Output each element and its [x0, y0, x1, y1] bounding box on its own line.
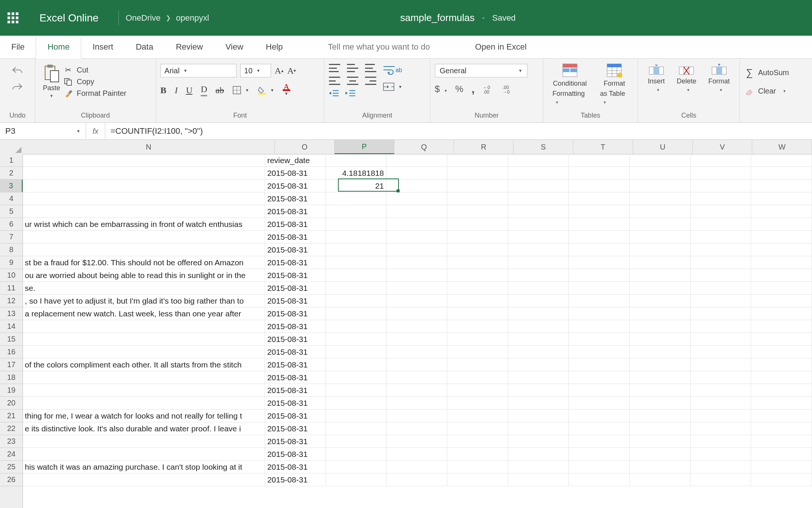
row-header[interactable]: 6: [0, 218, 23, 231]
strikethrough-button[interactable]: ab: [215, 85, 224, 95]
cell[interactable]: of the colors compliment each other. It …: [23, 358, 265, 371]
row-header[interactable]: 19: [0, 384, 23, 397]
cell[interactable]: [386, 256, 447, 269]
cell[interactable]: [23, 154, 265, 166]
breadcrumb-item[interactable]: openpyxl: [176, 13, 209, 23]
cell[interactable]: [569, 435, 630, 448]
cell[interactable]: [386, 167, 447, 179]
align-bottom-button[interactable]: [365, 64, 376, 72]
cell[interactable]: [751, 320, 812, 333]
cell[interactable]: [508, 384, 569, 396]
cell[interactable]: [508, 307, 569, 320]
italic-button[interactable]: I: [175, 85, 178, 95]
decrease-decimal-button[interactable]: .00→0: [503, 85, 514, 94]
cell[interactable]: [691, 307, 751, 320]
cell[interactable]: his watch it was an amazing purchase. I …: [23, 461, 265, 473]
cell[interactable]: 2015-08-31: [265, 295, 326, 307]
align-middle-button[interactable]: [347, 64, 358, 72]
row-header[interactable]: 5: [0, 205, 23, 218]
cell[interactable]: [751, 371, 812, 384]
cell[interactable]: [326, 384, 387, 396]
app-title[interactable]: Excel Online: [39, 12, 98, 24]
cell[interactable]: [23, 435, 265, 448]
cell[interactable]: 2015-08-31: [265, 358, 326, 371]
row-header[interactable]: 7: [0, 231, 23, 243]
cell[interactable]: [508, 461, 569, 473]
cell[interactable]: [691, 295, 751, 307]
column-header-S[interactable]: S: [514, 140, 573, 154]
cell[interactable]: 2015-08-31: [265, 371, 326, 384]
cell[interactable]: [751, 473, 812, 486]
cell[interactable]: [691, 422, 751, 435]
column-header-O[interactable]: O: [275, 140, 335, 154]
cell[interactable]: [23, 205, 265, 218]
cell[interactable]: [569, 371, 630, 384]
underline-button[interactable]: U: [186, 85, 192, 95]
cell[interactable]: 21: [326, 180, 387, 192]
cell[interactable]: [386, 435, 447, 448]
cell[interactable]: [326, 295, 387, 307]
cell[interactable]: [569, 448, 630, 460]
cell[interactable]: [630, 473, 691, 486]
cell[interactable]: [630, 307, 691, 320]
cell[interactable]: [386, 320, 447, 333]
row-header[interactable]: 26: [0, 473, 23, 486]
cell[interactable]: [630, 231, 691, 243]
cell[interactable]: [630, 243, 691, 256]
comma-style-button[interactable]: ,: [471, 83, 474, 95]
cell[interactable]: [630, 154, 691, 166]
cell[interactable]: [508, 154, 569, 166]
cell[interactable]: [386, 243, 447, 256]
cell[interactable]: [691, 256, 751, 269]
tell-me-search[interactable]: Tell me what you want to do: [317, 36, 441, 58]
cell[interactable]: [23, 167, 265, 179]
cell[interactable]: [447, 371, 508, 384]
cell[interactable]: [447, 307, 508, 320]
cell[interactable]: [447, 384, 508, 396]
cell[interactable]: [447, 358, 508, 371]
cell[interactable]: [630, 269, 691, 281]
cell[interactable]: [508, 422, 569, 435]
bold-button[interactable]: B: [161, 85, 167, 95]
cell[interactable]: [386, 358, 447, 371]
cell[interactable]: [447, 435, 508, 448]
conditional-formatting-button[interactable]: Conditional Formatting ▾: [548, 63, 592, 106]
cell[interactable]: [386, 448, 447, 460]
font-size-select[interactable]: 10 ▼: [240, 64, 271, 77]
cell[interactable]: [386, 346, 447, 358]
cell[interactable]: [23, 192, 265, 205]
cell[interactable]: [569, 307, 630, 320]
cell[interactable]: [447, 320, 508, 333]
decrease-indent-button[interactable]: [329, 89, 339, 97]
cell[interactable]: [630, 435, 691, 448]
cell[interactable]: [447, 333, 508, 345]
cell[interactable]: [569, 205, 630, 218]
cell[interactable]: [751, 435, 812, 448]
cell[interactable]: [326, 205, 387, 218]
delete-cells-button[interactable]: Delete ▾: [672, 63, 701, 92]
cell[interactable]: [386, 307, 447, 320]
cell[interactable]: [386, 410, 447, 422]
cell[interactable]: [447, 473, 508, 486]
cell[interactable]: [691, 154, 751, 166]
cell[interactable]: [447, 448, 508, 460]
cell[interactable]: [326, 333, 387, 345]
cell[interactable]: [630, 180, 691, 192]
cell[interactable]: [447, 295, 508, 307]
cell[interactable]: 2015-08-31: [265, 269, 326, 281]
row-header[interactable]: 21: [0, 410, 23, 422]
redo-icon[interactable]: [11, 82, 23, 92]
cell[interactable]: [751, 384, 812, 396]
cell[interactable]: st be a fraud for $12.00. This should no…: [23, 256, 265, 269]
cell[interactable]: 2015-08-31: [265, 205, 326, 218]
cell[interactable]: 2015-08-31: [265, 180, 326, 192]
cell[interactable]: [691, 435, 751, 448]
cell[interactable]: [23, 320, 265, 333]
cell[interactable]: [508, 192, 569, 205]
cell[interactable]: [447, 192, 508, 205]
cell[interactable]: [569, 320, 630, 333]
cell[interactable]: [691, 243, 751, 256]
wrap-text-button[interactable]: ab: [383, 65, 402, 75]
cell[interactable]: 2015-08-31: [265, 192, 326, 205]
cell[interactable]: [447, 180, 508, 192]
